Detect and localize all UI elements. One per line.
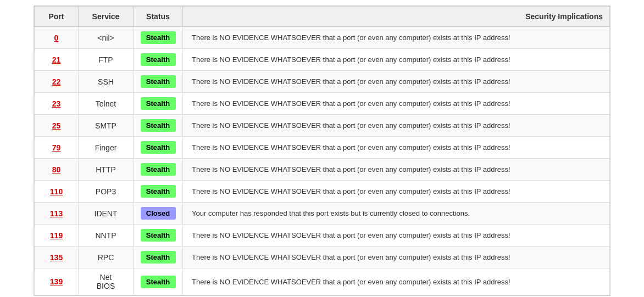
service-cell: SMTP xyxy=(79,115,134,137)
table-row: 110POP3StealthThere is NO EVIDENCE WHATS… xyxy=(35,181,610,203)
table-row: 25SMTPStealthThere is NO EVIDENCE WHATSO… xyxy=(35,115,610,137)
port-cell: 139 xyxy=(35,268,79,295)
service-cell: POP3 xyxy=(79,181,134,203)
service-cell: FTP xyxy=(79,49,134,71)
port-cell: 80 xyxy=(35,159,79,181)
status-cell: Stealth xyxy=(134,27,183,49)
port-cell: 79 xyxy=(35,137,79,159)
security-cell: There is NO EVIDENCE WHATSOEVER that a p… xyxy=(183,27,610,49)
security-cell: There is NO EVIDENCE WHATSOEVER that a p… xyxy=(183,49,610,71)
port-link[interactable]: 80 xyxy=(52,165,61,174)
service-cell: RPC xyxy=(79,246,134,268)
port-cell: 0 xyxy=(35,27,79,49)
port-cell: 119 xyxy=(35,225,79,246)
port-link[interactable]: 119 xyxy=(50,231,63,240)
port-cell: 23 xyxy=(35,93,79,115)
status-cell: Stealth xyxy=(134,93,183,115)
status-cell: Stealth xyxy=(134,181,183,203)
port-scan-table-container: Port Service Status Security Implication… xyxy=(34,5,610,296)
service-cell: Telnet xyxy=(79,93,134,115)
status-cell: Stealth xyxy=(134,268,183,295)
port-link[interactable]: 135 xyxy=(50,253,63,262)
security-cell: There is NO EVIDENCE WHATSOEVER that a p… xyxy=(183,159,610,181)
port-link[interactable]: 113 xyxy=(50,209,63,218)
table-row: 135RPCStealthThere is NO EVIDENCE WHATSO… xyxy=(35,246,610,268)
status-badge: Stealth xyxy=(141,53,176,66)
port-link[interactable]: 22 xyxy=(52,77,61,86)
service-cell: IDENT xyxy=(79,203,134,225)
service-cell: <nil> xyxy=(79,27,134,49)
security-cell: There is NO EVIDENCE WHATSOEVER that a p… xyxy=(183,181,610,203)
status-badge: Stealth xyxy=(141,119,176,132)
status-badge: Stealth xyxy=(141,163,176,176)
status-cell: Stealth xyxy=(134,246,183,268)
status-badge: Stealth xyxy=(141,141,176,154)
port-cell: 135 xyxy=(35,246,79,268)
status-badge: Stealth xyxy=(141,276,176,288)
table-row: 79FingerStealthThere is NO EVIDENCE WHAT… xyxy=(35,137,610,159)
port-cell: 21 xyxy=(35,49,79,71)
table-row: 139NetBIOSStealthThere is NO EVIDENCE WH… xyxy=(35,268,610,295)
service-header: Service xyxy=(79,7,134,27)
table-row: 119NNTPStealthThere is NO EVIDENCE WHATS… xyxy=(35,225,610,246)
service-cell: SSH xyxy=(79,71,134,93)
service-cell: Finger xyxy=(79,137,134,159)
table-row: 80HTTPStealthThere is NO EVIDENCE WHATSO… xyxy=(35,159,610,181)
service-cell: NNTP xyxy=(79,225,134,246)
port-cell: 25 xyxy=(35,115,79,137)
status-badge: Stealth xyxy=(141,31,176,44)
port-scan-table: Port Service Status Security Implication… xyxy=(34,6,610,295)
status-badge: Stealth xyxy=(141,229,176,242)
table-row: 22SSHStealthThere is NO EVIDENCE WHATSOE… xyxy=(35,71,610,93)
status-cell: Stealth xyxy=(134,137,183,159)
status-cell: Stealth xyxy=(134,49,183,71)
port-link[interactable]: 23 xyxy=(52,99,61,108)
table-row: 21FTPStealthThere is NO EVIDENCE WHATSOE… xyxy=(35,49,610,71)
status-cell: Stealth xyxy=(134,71,183,93)
status-cell: Stealth xyxy=(134,159,183,181)
port-link[interactable]: 0 xyxy=(54,33,59,42)
port-link[interactable]: 21 xyxy=(52,55,61,64)
service-cell: HTTP xyxy=(79,159,134,181)
security-cell: There is NO EVIDENCE WHATSOEVER that a p… xyxy=(183,71,610,93)
security-cell: There is NO EVIDENCE WHATSOEVER that a p… xyxy=(183,93,610,115)
port-link[interactable]: 79 xyxy=(52,143,61,152)
security-cell: There is NO EVIDENCE WHATSOEVER that a p… xyxy=(183,268,610,295)
table-row: 23TelnetStealthThere is NO EVIDENCE WHAT… xyxy=(35,93,610,115)
table-row: 0<nil>StealthThere is NO EVIDENCE WHATSO… xyxy=(35,27,610,49)
port-cell: 110 xyxy=(35,181,79,203)
status-badge: Closed xyxy=(141,207,176,220)
status-cell: Closed xyxy=(134,203,183,225)
port-cell: 113 xyxy=(35,203,79,225)
port-link[interactable]: 25 xyxy=(52,121,61,130)
port-header: Port xyxy=(35,7,79,27)
status-cell: Stealth xyxy=(134,115,183,137)
security-cell: There is NO EVIDENCE WHATSOEVER that a p… xyxy=(183,246,610,268)
table-row: 113IDENTClosedYour computer has responde… xyxy=(35,203,610,225)
status-badge: Stealth xyxy=(141,185,176,198)
status-badge: Stealth xyxy=(141,251,176,264)
status-badge: Stealth xyxy=(141,75,176,88)
security-cell: Your computer has responded that this po… xyxy=(183,203,610,225)
table-header-row: Port Service Status Security Implication… xyxy=(35,7,610,27)
port-link[interactable]: 110 xyxy=(50,187,63,196)
status-cell: Stealth xyxy=(134,225,183,246)
port-link[interactable]: 139 xyxy=(50,277,63,286)
service-cell: NetBIOS xyxy=(79,268,134,295)
status-badge: Stealth xyxy=(141,97,176,110)
status-header: Status xyxy=(134,7,183,27)
security-cell: There is NO EVIDENCE WHATSOEVER that a p… xyxy=(183,115,610,137)
security-header: Security Implications xyxy=(183,7,610,27)
security-cell: There is NO EVIDENCE WHATSOEVER that a p… xyxy=(183,225,610,246)
security-cell: There is NO EVIDENCE WHATSOEVER that a p… xyxy=(183,137,610,159)
port-cell: 22 xyxy=(35,71,79,93)
